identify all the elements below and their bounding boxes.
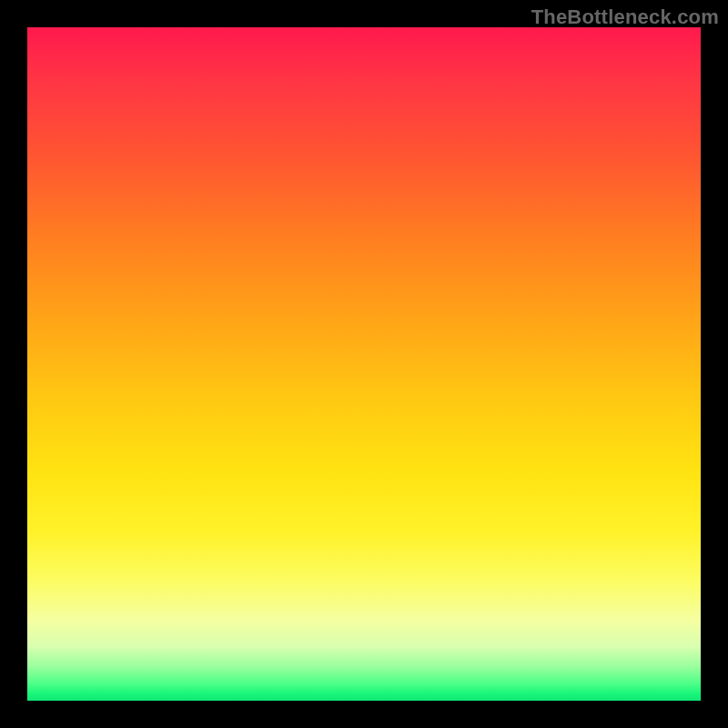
watermark-text: TheBottleneck.com xyxy=(531,5,719,29)
chart-frame: TheBottleneck.com xyxy=(0,0,728,728)
heat-gradient-background xyxy=(27,27,701,701)
plot-area xyxy=(27,27,701,701)
